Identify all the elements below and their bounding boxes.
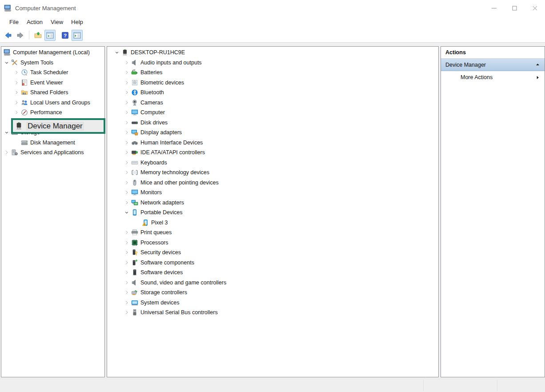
tree-item-print-queues[interactable]: Print queues — [107, 228, 438, 238]
menu-view[interactable]: View — [47, 17, 67, 27]
tree-item-security-devices[interactable]: Security devices — [107, 248, 438, 258]
help-button[interactable] — [60, 30, 71, 41]
close-button[interactable] — [525, 0, 545, 16]
tree-item-system-tools[interactable]: System Tools — [1, 58, 104, 68]
menu-file[interactable]: File — [5, 17, 23, 27]
tree-item-storage-controllers[interactable]: Storage controllers — [107, 288, 438, 298]
tree-item-task-scheduler[interactable]: Task Scheduler — [1, 68, 104, 78]
chevron-right-icon[interactable] — [122, 309, 131, 316]
chevron-right-icon[interactable] — [122, 169, 131, 176]
software-device-icon — [131, 269, 138, 276]
tree-item-processors[interactable]: Processors — [107, 238, 438, 248]
chevron-right-icon[interactable] — [122, 69, 131, 76]
tree-root-computer-management-local[interactable]: Computer Management (Local) — [1, 48, 104, 58]
chevron-right-icon[interactable] — [122, 239, 131, 246]
chevron-right-icon[interactable] — [122, 59, 131, 66]
chevron-right-icon[interactable] — [122, 109, 131, 116]
chevron-right-icon[interactable] — [122, 229, 131, 236]
tree-item-disk-drives[interactable]: Disk drives — [107, 118, 438, 128]
menu-bar: File Action View Help — [0, 16, 545, 28]
menu-help[interactable]: Help — [67, 17, 87, 27]
back-button[interactable] — [3, 30, 14, 41]
maximize-button[interactable] — [504, 0, 525, 16]
tree-item-performance[interactable]: Performance — [1, 108, 104, 118]
chevron-right-icon[interactable] — [122, 89, 131, 96]
tree-item-system-devices[interactable]: System devices — [107, 298, 438, 308]
chevron-right-icon[interactable] — [122, 189, 131, 196]
action-pane-toggle-button[interactable] — [72, 30, 83, 41]
tree-item-batteries[interactable]: Batteries — [107, 68, 438, 78]
tree-item-software-devices[interactable]: Software devices — [107, 268, 438, 278]
tree-item-memory-technology-devices[interactable]: Memory technology devices — [107, 168, 438, 178]
tree-label: Memory technology devices — [140, 169, 209, 176]
tree-root-desktop[interactable]: DESKTOP-RU1HC9E — [107, 48, 438, 58]
console-tree: Computer Management (Local) System Tools… — [1, 47, 104, 158]
tree-item-computer[interactable]: Computer — [107, 108, 438, 118]
chevron-right-icon[interactable] — [122, 159, 131, 166]
tree-item-shared-folders[interactable]: Shared Folders — [1, 88, 104, 98]
tree-item-cameras[interactable]: Cameras — [107, 98, 438, 108]
chevron-down-icon[interactable] — [112, 49, 121, 56]
tree-item-display-adapters[interactable]: Display adapters — [107, 128, 438, 138]
tree-item-local-users-and-groups[interactable]: Local Users and Groups — [1, 98, 104, 108]
tree-item-event-viewer[interactable]: Event Viewer — [1, 78, 104, 88]
actions-group-device-manager[interactable]: Device Manager — [441, 59, 545, 71]
minimize-button[interactable] — [484, 0, 504, 16]
chevron-down-icon[interactable] — [2, 59, 11, 66]
tree-label: IDE ATA/ATAPI controllers — [140, 149, 205, 156]
chevron-right-icon[interactable] — [12, 99, 21, 106]
tree-item-human-interface-devices[interactable]: Human Interface Devices — [107, 138, 438, 148]
chevron-right-icon[interactable] — [122, 249, 131, 256]
tree-item-pixel-3[interactable]: Pixel 3 — [107, 218, 438, 228]
tree-item-audio-inputs-outputs[interactable]: Audio inputs and outputs — [107, 58, 438, 68]
chevron-down-icon[interactable] — [2, 129, 11, 136]
chevron-right-icon[interactable] — [122, 129, 131, 136]
console-tree-toggle-button[interactable] — [44, 30, 56, 41]
chevron-right-icon[interactable] — [122, 299, 131, 306]
tree-item-monitors[interactable]: Monitors — [107, 188, 438, 198]
toolbar-separator — [29, 31, 29, 40]
tree-item-network-adapters[interactable]: Network adapters — [107, 198, 438, 208]
menu-action[interactable]: Action — [23, 17, 47, 27]
tree-item-services-and-applications[interactable]: Services and Applications — [1, 148, 104, 158]
chevron-right-icon[interactable] — [122, 199, 131, 206]
folder-up-icon — [34, 32, 42, 39]
chevron-right-icon[interactable] — [2, 149, 11, 156]
chevron-right-icon[interactable] — [12, 89, 21, 96]
chevron-right-icon[interactable] — [122, 259, 131, 266]
chevron-down-icon[interactable] — [122, 209, 131, 216]
tree-item-portable-devices[interactable]: Portable Devices — [107, 208, 438, 218]
chevron-right-icon[interactable] — [122, 99, 131, 106]
tree-item-disk-management[interactable]: Disk Management — [1, 138, 104, 148]
more-actions-item[interactable]: More Actions — [441, 71, 545, 84]
tree-label: Local Users and Groups — [30, 100, 90, 106]
chevron-right-icon[interactable] — [122, 79, 131, 86]
actions-group-label: Device Manager — [445, 62, 535, 68]
device-manager-highlight-annotation[interactable]: Device Manager — [11, 118, 105, 134]
tree-label: Services and Applications — [20, 149, 84, 156]
tree-item-keyboards[interactable]: Keyboards — [107, 158, 438, 168]
chevron-right-icon[interactable] — [12, 79, 21, 86]
tree-item-sound-video-game-controllers[interactable]: Sound, video and game controllers — [107, 278, 438, 288]
tree-item-usb-controllers[interactable]: Universal Serial Bus controllers — [107, 308, 438, 318]
chevron-right-icon[interactable] — [12, 69, 21, 76]
chevron-right-icon[interactable] — [122, 119, 131, 126]
tree-item-mice[interactable]: Mice and other pointing devices — [107, 178, 438, 188]
processor-icon — [131, 239, 138, 246]
forward-button[interactable] — [15, 30, 26, 41]
chevron-right-icon[interactable] — [12, 109, 21, 116]
chevron-right-icon[interactable] — [122, 279, 131, 286]
toolbar — [0, 28, 545, 43]
chevron-right-icon[interactable] — [122, 149, 131, 156]
tree-item-software-components[interactable]: Software components — [107, 258, 438, 268]
tree-label: Computer Management (Local) — [13, 49, 90, 56]
chevron-right-icon[interactable] — [122, 289, 131, 296]
collapse-arrow-icon[interactable] — [535, 62, 540, 67]
tree-item-ide-controllers[interactable]: IDE ATA/ATAPI controllers — [107, 148, 438, 158]
chevron-right-icon[interactable] — [122, 269, 131, 276]
tree-item-bluetooth[interactable]: Bluetooth — [107, 88, 438, 98]
chevron-right-icon[interactable] — [122, 179, 131, 186]
show-console-tree-button[interactable] — [32, 30, 44, 41]
tree-item-biometric-devices[interactable]: Biometric devices — [107, 78, 438, 88]
chevron-right-icon[interactable] — [122, 139, 131, 146]
